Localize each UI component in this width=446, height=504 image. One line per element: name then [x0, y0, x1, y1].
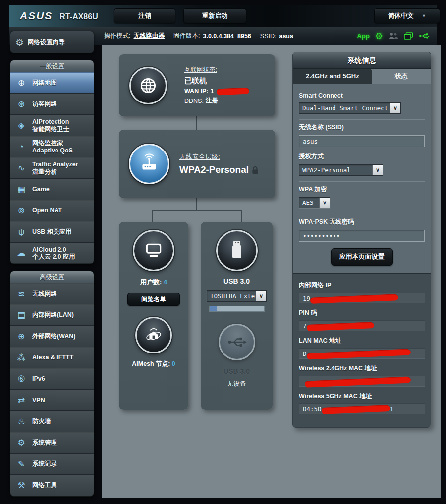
- flame-icon: ♨: [15, 417, 28, 426]
- usb-port2-title: USB 3.0: [201, 367, 273, 375]
- redaction-scribble: [305, 376, 411, 387]
- firmware-link[interactable]: 3.0.0.4.384_8956: [203, 33, 251, 40]
- sidebar-item-alexa-ifttt[interactable]: ⁂ Alexa & IFTTT: [10, 347, 94, 368]
- ssid-input[interactable]: [299, 135, 425, 147]
- sidebar-item-guest-network[interactable]: ⊛ 访客网络: [10, 94, 94, 115]
- sidebar-item-aiprotection[interactable]: ◈ AiProtection 智能网络卫士: [10, 115, 94, 136]
- op-mode-link[interactable]: 无线路由器: [133, 32, 165, 40]
- sidebar-item-label: VPN: [32, 397, 45, 404]
- sidebar-item-system-log[interactable]: ✎ 系统记录: [10, 454, 94, 475]
- network-map-canvas: 互联网状态: 已联机 WAN IP: 1 DDNS: 注册: [102, 45, 441, 498]
- usb-plug-icon[interactable]: [419, 32, 430, 40]
- wpa-encryption-select[interactable]: AES ∨: [299, 197, 330, 208]
- redaction-scribble: [216, 87, 249, 95]
- sidebar-item-label: 系统记录: [32, 460, 57, 468]
- auth-method-value: WPA2-Personal: [299, 165, 372, 175]
- usb-device-selected: TOSHIBA Extern: [207, 291, 256, 301]
- router-icon[interactable]: [129, 144, 169, 184]
- value-visible-suffix: 1: [390, 405, 394, 413]
- gear-person-icon: ⚙: [15, 439, 28, 447]
- tab-status[interactable]: 状态: [372, 69, 431, 84]
- apply-button[interactable]: 应用本页面设置: [331, 248, 393, 266]
- smart-connect-select[interactable]: Dual-Band Smart Connect ∨: [299, 102, 401, 114]
- router-model: RT-AX86U: [59, 12, 98, 21]
- usb-device-select[interactable]: TOSHIBA Extern ∨: [207, 290, 267, 302]
- usb-usage-fill: [210, 306, 217, 311]
- sidebar-item-wireless[interactable]: ≋ 无线网络: [10, 283, 94, 304]
- sidebar-item-wan[interactable]: ⊕ 外部网络(WAN): [10, 326, 94, 347]
- clients-label: 用户数:: [140, 278, 162, 286]
- sidebar-item-game[interactable]: ▦ Game: [10, 179, 94, 200]
- quick-icons: App ⚙: [357, 27, 430, 45]
- sidebar-item-label: 外部网络(WAN): [32, 333, 76, 340]
- usb-drive-icon: ψ: [15, 228, 28, 236]
- ssid-field-label: 无线名称 (SSID): [299, 123, 425, 132]
- wpa-psk-input[interactable]: [299, 230, 425, 242]
- sidebar-item-open-nat[interactable]: ⊚ Open NAT: [10, 200, 94, 221]
- gamepad-icon: ▦: [15, 185, 28, 194]
- language-selector[interactable]: 简体中文 ▼: [374, 8, 440, 23]
- security-level-label[interactable]: 无线安全层级:: [179, 152, 259, 161]
- sidebar-item-label: 系统管理: [32, 439, 57, 447]
- sidebar-item-label: Open NAT: [32, 207, 62, 214]
- sidebar-item-lan[interactable]: ▤ 内部网络(LAN): [10, 304, 94, 326]
- view-client-list-button[interactable]: 阅览名单: [127, 293, 180, 306]
- clients-people-icon[interactable]: [389, 32, 398, 40]
- value-visible-prefix: 7: [303, 322, 307, 330]
- usb-card: USB 3.0 TOSHIBA Extern ∨ USB 3.0 无设备: [201, 222, 273, 410]
- wifi-icon: ≋: [15, 290, 28, 298]
- sidebar-item-usb-apps[interactable]: ψ USB 相关应用: [10, 221, 94, 243]
- value-visible-prefix: 19: [303, 295, 310, 302]
- wpa-encryption-label: WPA 加密: [299, 185, 425, 194]
- sidebar-item-network-tools[interactable]: ⚒ 网络工具: [10, 475, 94, 496]
- lock-icon: [252, 166, 259, 174]
- sidebar-item-adaptive-qos[interactable]: ◔ 网络监控家 Adaptive QoS: [10, 136, 94, 157]
- info-row-label: Wireless 2.4GHz MAC 地址: [299, 364, 425, 373]
- sidebar-item-label: USB 相关应用: [32, 228, 72, 236]
- info-row: 内部网络 IP 19: [299, 281, 425, 303]
- sidebar-item-network-map[interactable]: ⊕ 网络地图: [10, 72, 94, 94]
- system-info-tabs: 2.4GHz and 5GHz 状态: [293, 69, 431, 84]
- globe-grid-icon: ⊕: [15, 79, 28, 87]
- app-link[interactable]: App: [357, 32, 370, 40]
- usb-drive-icon[interactable]: [216, 230, 258, 271]
- sidebar-item-system-admin[interactable]: ⚙ 系统管理: [10, 432, 94, 454]
- ssid-link[interactable]: asus: [279, 33, 293, 40]
- devices-sync-icon[interactable]: [404, 32, 413, 40]
- sidebar-item-aicloud[interactable]: ☁ AiCloud 2.0 个人云 2.0 应用: [10, 243, 94, 264]
- ddns-register-link[interactable]: 注册: [206, 97, 218, 105]
- info-row-label: PIN 码: [299, 309, 425, 317]
- cloud-icon: ☁: [15, 249, 28, 257]
- globe-icon[interactable]: [129, 67, 167, 104]
- value-visible-prefix: D4:5D: [303, 405, 322, 413]
- general-items: ⊕ 网络地图 ⊛ 访客网络 ◈ AiProtection 智能网络卫士 ◔ 网络…: [10, 72, 94, 264]
- info-row-label: Wireless 5GHz MAC 地址: [299, 392, 425, 401]
- redaction-scribble: [321, 405, 390, 414]
- auth-method-select[interactable]: WPA2-Personal ∨: [299, 164, 383, 176]
- sidebar-item-quick-setup-wizard[interactable]: ⚙ 网络设置向导: [10, 31, 94, 53]
- sidebar-item-traffic-analyzer[interactable]: ∿ Traffic Analyzer 流量分析: [10, 157, 94, 179]
- sidebar-item-sublabel: 流量分析: [32, 168, 78, 176]
- lan-port-icon: ▤: [15, 311, 28, 319]
- logout-button[interactable]: 注销: [114, 8, 175, 23]
- connector-line: [152, 211, 153, 222]
- reboot-button[interactable]: 重新启动: [183, 8, 246, 23]
- sidebar-item-vpn[interactable]: ⇄ VPN: [10, 390, 94, 411]
- internet-status-label[interactable]: 互联网状态:: [184, 66, 249, 74]
- wizard-gear-icon: ⚙: [15, 37, 24, 48]
- tools-icon: ⚒: [15, 481, 28, 490]
- aimesh-icon[interactable]: [135, 317, 172, 353]
- client-monitor-icon[interactable]: [133, 230, 174, 271]
- sidebar-item-ipv6[interactable]: ⑥ IPv6: [10, 368, 94, 390]
- advanced-items: ≋ 无线网络 ▤ 内部网络(LAN) ⊕ 外部网络(WAN) ⁂ Alexa &…: [10, 283, 94, 496]
- tab-2-4ghz-and-5ghz[interactable]: 2.4GHz and 5GHz: [293, 69, 372, 84]
- wpa-encryption-value: AES: [299, 198, 319, 208]
- usb-trident-icon: [219, 324, 255, 360]
- gear-icon[interactable]: ⚙: [375, 32, 383, 41]
- wpa-psk-label: WPA-PSK 无线密码: [299, 218, 425, 226]
- asus-logo: ASUS: [20, 10, 53, 22]
- sidebar-item-firewall[interactable]: ♨ 防火墙: [10, 411, 94, 432]
- connector-line: [196, 116, 197, 130]
- sidebar-item-label: Game: [32, 186, 50, 193]
- smart-connect-value: Dual-Band Smart Connect: [299, 103, 390, 113]
